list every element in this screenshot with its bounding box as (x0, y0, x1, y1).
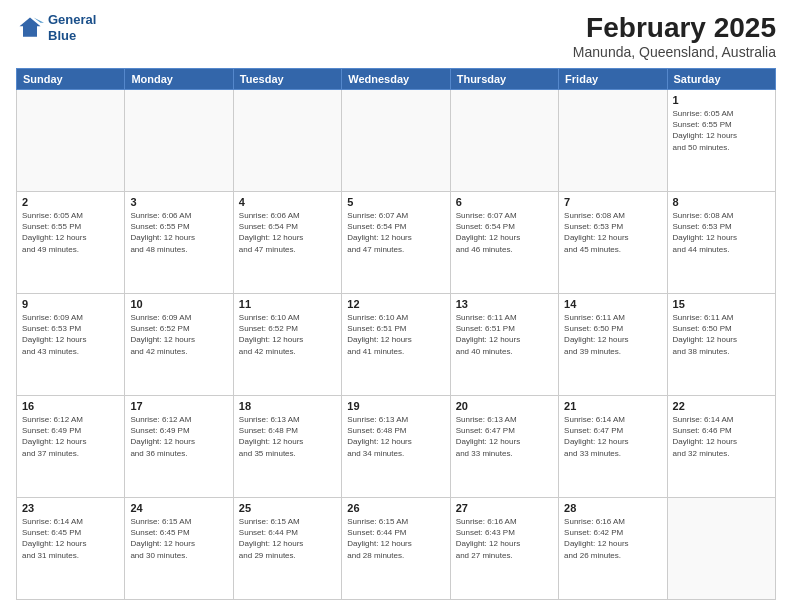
day-number: 25 (239, 502, 336, 514)
calendar-cell: 3Sunrise: 6:06 AM Sunset: 6:55 PM Daylig… (125, 192, 233, 294)
subtitle: Manunda, Queensland, Australia (573, 44, 776, 60)
day-info: Sunrise: 6:11 AM Sunset: 6:50 PM Dayligh… (673, 312, 770, 357)
calendar-header-row: SundayMondayTuesdayWednesdayThursdayFrid… (17, 69, 776, 90)
day-info: Sunrise: 6:08 AM Sunset: 6:53 PM Dayligh… (673, 210, 770, 255)
day-number: 13 (456, 298, 553, 310)
day-info: Sunrise: 6:16 AM Sunset: 6:42 PM Dayligh… (564, 516, 661, 561)
calendar-header-sunday: Sunday (17, 69, 125, 90)
calendar-cell: 12Sunrise: 6:10 AM Sunset: 6:51 PM Dayli… (342, 294, 450, 396)
calendar-table: SundayMondayTuesdayWednesdayThursdayFrid… (16, 68, 776, 600)
calendar-cell: 6Sunrise: 6:07 AM Sunset: 6:54 PM Daylig… (450, 192, 558, 294)
day-info: Sunrise: 6:11 AM Sunset: 6:51 PM Dayligh… (456, 312, 553, 357)
calendar-week-3: 16Sunrise: 6:12 AM Sunset: 6:49 PM Dayli… (17, 396, 776, 498)
calendar-cell (17, 90, 125, 192)
calendar-cell: 11Sunrise: 6:10 AM Sunset: 6:52 PM Dayli… (233, 294, 341, 396)
calendar-cell: 13Sunrise: 6:11 AM Sunset: 6:51 PM Dayli… (450, 294, 558, 396)
day-info: Sunrise: 6:06 AM Sunset: 6:54 PM Dayligh… (239, 210, 336, 255)
calendar-header-friday: Friday (559, 69, 667, 90)
day-number: 12 (347, 298, 444, 310)
calendar-cell: 23Sunrise: 6:14 AM Sunset: 6:45 PM Dayli… (17, 498, 125, 600)
calendar-cell (667, 498, 775, 600)
calendar-cell: 19Sunrise: 6:13 AM Sunset: 6:48 PM Dayli… (342, 396, 450, 498)
day-info: Sunrise: 6:05 AM Sunset: 6:55 PM Dayligh… (22, 210, 119, 255)
day-number: 19 (347, 400, 444, 412)
calendar-cell: 27Sunrise: 6:16 AM Sunset: 6:43 PM Dayli… (450, 498, 558, 600)
day-info: Sunrise: 6:07 AM Sunset: 6:54 PM Dayligh… (347, 210, 444, 255)
calendar-cell: 22Sunrise: 6:14 AM Sunset: 6:46 PM Dayli… (667, 396, 775, 498)
day-number: 9 (22, 298, 119, 310)
calendar-cell: 24Sunrise: 6:15 AM Sunset: 6:45 PM Dayli… (125, 498, 233, 600)
day-info: Sunrise: 6:13 AM Sunset: 6:48 PM Dayligh… (347, 414, 444, 459)
day-number: 23 (22, 502, 119, 514)
day-info: Sunrise: 6:14 AM Sunset: 6:45 PM Dayligh… (22, 516, 119, 561)
calendar-header-thursday: Thursday (450, 69, 558, 90)
day-number: 22 (673, 400, 770, 412)
day-info: Sunrise: 6:11 AM Sunset: 6:50 PM Dayligh… (564, 312, 661, 357)
calendar-cell (450, 90, 558, 192)
calendar-cell: 25Sunrise: 6:15 AM Sunset: 6:44 PM Dayli… (233, 498, 341, 600)
day-number: 15 (673, 298, 770, 310)
calendar-week-1: 2Sunrise: 6:05 AM Sunset: 6:55 PM Daylig… (17, 192, 776, 294)
day-number: 6 (456, 196, 553, 208)
calendar-cell: 18Sunrise: 6:13 AM Sunset: 6:48 PM Dayli… (233, 396, 341, 498)
calendar-cell: 2Sunrise: 6:05 AM Sunset: 6:55 PM Daylig… (17, 192, 125, 294)
day-info: Sunrise: 6:15 AM Sunset: 6:45 PM Dayligh… (130, 516, 227, 561)
logo-icon (16, 14, 44, 42)
calendar-cell: 10Sunrise: 6:09 AM Sunset: 6:52 PM Dayli… (125, 294, 233, 396)
day-info: Sunrise: 6:16 AM Sunset: 6:43 PM Dayligh… (456, 516, 553, 561)
day-info: Sunrise: 6:12 AM Sunset: 6:49 PM Dayligh… (22, 414, 119, 459)
day-number: 3 (130, 196, 227, 208)
day-number: 2 (22, 196, 119, 208)
day-number: 27 (456, 502, 553, 514)
day-info: Sunrise: 6:05 AM Sunset: 6:55 PM Dayligh… (673, 108, 770, 153)
calendar-cell (342, 90, 450, 192)
logo: General Blue (16, 12, 96, 43)
day-number: 18 (239, 400, 336, 412)
calendar-cell: 9Sunrise: 6:09 AM Sunset: 6:53 PM Daylig… (17, 294, 125, 396)
calendar-cell: 7Sunrise: 6:08 AM Sunset: 6:53 PM Daylig… (559, 192, 667, 294)
day-info: Sunrise: 6:07 AM Sunset: 6:54 PM Dayligh… (456, 210, 553, 255)
calendar-header-wednesday: Wednesday (342, 69, 450, 90)
day-number: 20 (456, 400, 553, 412)
calendar-cell (233, 90, 341, 192)
day-info: Sunrise: 6:10 AM Sunset: 6:52 PM Dayligh… (239, 312, 336, 357)
day-number: 8 (673, 196, 770, 208)
calendar-cell (559, 90, 667, 192)
calendar-cell: 26Sunrise: 6:15 AM Sunset: 6:44 PM Dayli… (342, 498, 450, 600)
calendar-cell (125, 90, 233, 192)
calendar-cell: 5Sunrise: 6:07 AM Sunset: 6:54 PM Daylig… (342, 192, 450, 294)
day-number: 1 (673, 94, 770, 106)
calendar-cell: 1Sunrise: 6:05 AM Sunset: 6:55 PM Daylig… (667, 90, 775, 192)
day-number: 17 (130, 400, 227, 412)
day-info: Sunrise: 6:10 AM Sunset: 6:51 PM Dayligh… (347, 312, 444, 357)
main-title: February 2025 (573, 12, 776, 44)
day-info: Sunrise: 6:09 AM Sunset: 6:53 PM Dayligh… (22, 312, 119, 357)
calendar-cell: 20Sunrise: 6:13 AM Sunset: 6:47 PM Dayli… (450, 396, 558, 498)
day-number: 16 (22, 400, 119, 412)
logo-text: General Blue (48, 12, 96, 43)
calendar-cell: 15Sunrise: 6:11 AM Sunset: 6:50 PM Dayli… (667, 294, 775, 396)
calendar-cell: 16Sunrise: 6:12 AM Sunset: 6:49 PM Dayli… (17, 396, 125, 498)
day-number: 5 (347, 196, 444, 208)
day-number: 4 (239, 196, 336, 208)
day-number: 21 (564, 400, 661, 412)
day-info: Sunrise: 6:08 AM Sunset: 6:53 PM Dayligh… (564, 210, 661, 255)
calendar-cell: 28Sunrise: 6:16 AM Sunset: 6:42 PM Dayli… (559, 498, 667, 600)
calendar-week-0: 1Sunrise: 6:05 AM Sunset: 6:55 PM Daylig… (17, 90, 776, 192)
day-info: Sunrise: 6:14 AM Sunset: 6:46 PM Dayligh… (673, 414, 770, 459)
day-number: 10 (130, 298, 227, 310)
title-block: February 2025 Manunda, Queensland, Austr… (573, 12, 776, 60)
day-info: Sunrise: 6:15 AM Sunset: 6:44 PM Dayligh… (239, 516, 336, 561)
day-info: Sunrise: 6:13 AM Sunset: 6:47 PM Dayligh… (456, 414, 553, 459)
day-info: Sunrise: 6:12 AM Sunset: 6:49 PM Dayligh… (130, 414, 227, 459)
calendar-cell: 21Sunrise: 6:14 AM Sunset: 6:47 PM Dayli… (559, 396, 667, 498)
svg-marker-0 (20, 17, 41, 36)
day-info: Sunrise: 6:15 AM Sunset: 6:44 PM Dayligh… (347, 516, 444, 561)
header: General Blue February 2025 Manunda, Quee… (16, 12, 776, 60)
day-info: Sunrise: 6:06 AM Sunset: 6:55 PM Dayligh… (130, 210, 227, 255)
page: General Blue February 2025 Manunda, Quee… (0, 0, 792, 612)
calendar-week-4: 23Sunrise: 6:14 AM Sunset: 6:45 PM Dayli… (17, 498, 776, 600)
day-number: 26 (347, 502, 444, 514)
calendar-header-saturday: Saturday (667, 69, 775, 90)
calendar-cell: 14Sunrise: 6:11 AM Sunset: 6:50 PM Dayli… (559, 294, 667, 396)
